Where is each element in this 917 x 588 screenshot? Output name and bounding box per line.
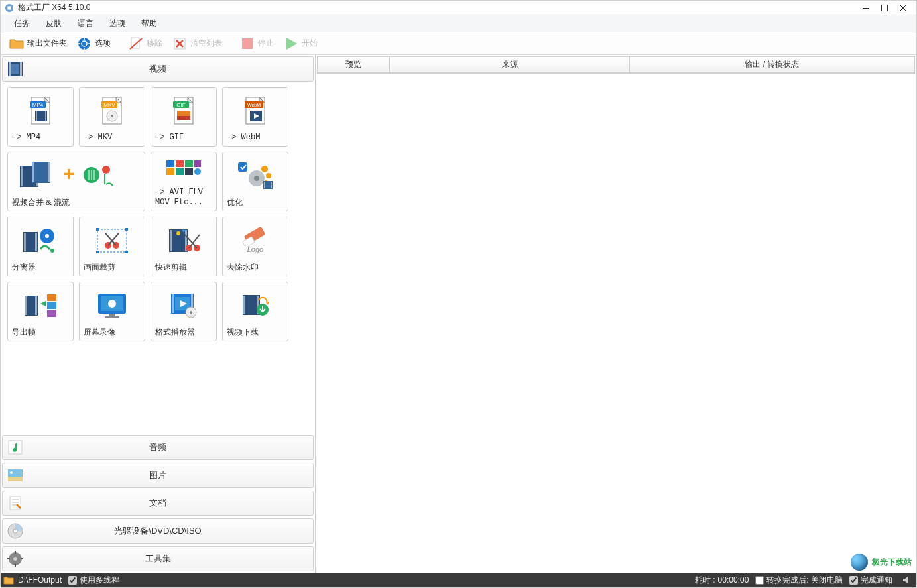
- clear-list-button[interactable]: 清空列表: [168, 34, 226, 53]
- tile-optimize-label: 优化: [227, 198, 284, 207]
- category-disc-label: 光驱设备\DVD\CD\ISO: [114, 525, 201, 537]
- stop-button[interactable]: 停止: [235, 34, 278, 53]
- tile-more-formats[interactable]: -> AVI FLV MOV Etc...: [151, 152, 217, 211]
- svg-point-63: [254, 176, 259, 181]
- svg-point-92: [176, 231, 180, 235]
- minimize-button[interactable]: [857, 1, 875, 15]
- svg-point-115: [190, 311, 192, 314]
- tile-downloader-label: 视频下载: [227, 327, 284, 337]
- svg-rect-48: [48, 162, 50, 182]
- menu-skin[interactable]: 皮肤: [38, 15, 70, 32]
- output-folder-button[interactable]: 输出文件夹: [5, 34, 71, 53]
- film-icon: [7, 60, 24, 78]
- column-output[interactable]: 输出 / 转换状态: [630, 56, 915, 73]
- svg-rect-117: [243, 296, 245, 314]
- column-source[interactable]: 来源: [390, 56, 630, 73]
- multithread-checkbox[interactable]: [68, 576, 77, 585]
- task-list[interactable]: [316, 74, 916, 573]
- category-document[interactable]: 文档: [2, 491, 314, 516]
- tile-webm-label: -> WebM: [227, 133, 284, 142]
- svg-rect-86: [170, 230, 172, 251]
- tile-mkv[interactable]: MKV -> MKV: [79, 87, 145, 147]
- category-image-label: 图片: [149, 469, 166, 481]
- svg-rect-72: [35, 233, 37, 251]
- category-disc[interactable]: 光驱设备\DVD\CD\ISO: [2, 518, 314, 544]
- page-remove-icon: [128, 36, 144, 52]
- status-bar: D:\FFOutput 使用多线程 耗时 : 00:00:00 转换完成后: 关…: [1, 573, 916, 587]
- tile-merge-label: 视频合并 & 混流: [12, 198, 141, 207]
- svg-text:GIF: GIF: [176, 102, 185, 108]
- column-preview[interactable]: 预览: [317, 56, 390, 73]
- tile-optimize[interactable]: 优化: [222, 152, 288, 211]
- downloader-icon: [227, 286, 284, 325]
- tile-screen-record[interactable]: 屏幕录像: [79, 282, 145, 341]
- tile-gif[interactable]: GIF -> GIF: [151, 87, 217, 147]
- svg-rect-23: [36, 111, 37, 121]
- multithread-toggle[interactable]: 使用多线程: [68, 575, 119, 586]
- svg-text:MKV: MKV: [103, 102, 115, 108]
- svg-rect-44: [21, 166, 23, 186]
- tile-trim-label: 快速剪辑: [155, 263, 212, 272]
- notify-checkbox[interactable]: [849, 576, 858, 585]
- after-convert-checkbox[interactable]: [755, 576, 764, 585]
- toolkit-icon: [7, 550, 24, 567]
- svg-rect-36: [177, 116, 190, 120]
- tile-mp4-label: -> MP4: [12, 133, 69, 142]
- tile-more-formats-label: -> AVI FLV MOV Etc...: [155, 188, 212, 207]
- maximize-button[interactable]: [875, 1, 894, 15]
- video-tile-area: MP4 -> MP4 MKV -> MKV GIF -: [1, 83, 315, 434]
- tile-export-frames[interactable]: 导出帧: [7, 282, 74, 341]
- tile-trim[interactable]: 快速剪辑: [151, 217, 217, 276]
- tile-split[interactable]: 分离器: [7, 217, 74, 276]
- svg-rect-15: [9, 62, 11, 76]
- tile-webm[interactable]: WebM -> WebM: [222, 87, 288, 147]
- svg-rect-52: [104, 174, 105, 184]
- svg-rect-56: [194, 160, 201, 167]
- svg-rect-59: [185, 168, 193, 175]
- svg-point-124: [10, 471, 13, 474]
- left-pane: 视频 MP4 -> MP4 MKV ->: [1, 55, 316, 573]
- tile-merge[interactable]: + 视频合并 & 混流: [7, 152, 145, 211]
- svg-rect-103: [47, 310, 56, 317]
- menu-options[interactable]: 选项: [101, 15, 133, 32]
- category-toolkit-label: 工具集: [145, 553, 171, 565]
- disc-icon: [7, 522, 24, 540]
- tile-delogo[interactable]: Logo 去除水印: [222, 217, 288, 276]
- svg-marker-13: [286, 38, 297, 50]
- notify-toggle[interactable]: 完成通知: [849, 575, 892, 586]
- tile-player-label: 格式播放器: [155, 327, 212, 337]
- toolbar: 输出文件夹 选项 移除 清空列表 停止: [1, 32, 916, 55]
- tile-mp4[interactable]: MP4 -> MP4: [7, 87, 74, 147]
- folder-icon: [9, 36, 25, 52]
- svg-rect-53: [166, 160, 174, 167]
- tile-player[interactable]: 格式播放器: [151, 282, 217, 341]
- svg-rect-16: [20, 62, 22, 76]
- task-columns: 预览 来源 输出 / 转换状态: [317, 56, 915, 74]
- output-path[interactable]: D:\FFOutput: [18, 575, 62, 585]
- stop-icon: [239, 36, 255, 52]
- svg-rect-57: [166, 168, 174, 175]
- remove-button[interactable]: 移除: [124, 34, 166, 53]
- notify-label: 完成通知: [861, 575, 892, 586]
- category-document-label: 文档: [149, 497, 166, 509]
- svg-point-65: [266, 173, 271, 178]
- category-audio[interactable]: 音频: [2, 435, 314, 460]
- category-image[interactable]: 图片: [2, 463, 314, 488]
- output-folder-label: 输出文件夹: [27, 38, 67, 49]
- options-button[interactable]: 选项: [72, 34, 115, 53]
- column-preview-label: 预览: [345, 59, 361, 70]
- category-video[interactable]: 视频: [2, 56, 314, 82]
- tile-crop[interactable]: 画面裁剪: [79, 217, 145, 276]
- after-convert-toggle[interactable]: 转换完成后: 关闭电脑: [755, 575, 843, 586]
- tile-downloader[interactable]: 视频下载: [222, 282, 288, 341]
- start-button[interactable]: 开始: [279, 34, 322, 53]
- menu-language[interactable]: 语言: [70, 15, 101, 32]
- optimize-icon: [227, 156, 284, 195]
- menu-tasks[interactable]: 任务: [6, 15, 38, 32]
- elapsed-time: 耗时 : 00:00:00: [695, 575, 749, 586]
- menu-help[interactable]: 帮助: [133, 15, 165, 32]
- close-button[interactable]: [894, 1, 912, 15]
- svg-rect-102: [47, 302, 56, 309]
- audio-small-icon[interactable]: [902, 575, 911, 585]
- category-toolkit[interactable]: 工具集: [2, 546, 314, 571]
